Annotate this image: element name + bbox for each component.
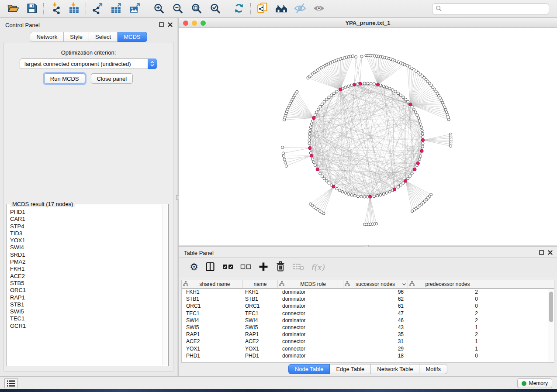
graph-node[interactable] — [416, 114, 419, 117]
graph-node[interactable] — [336, 90, 338, 93]
graph-node[interactable] — [411, 172, 413, 175]
graph-node-mcds[interactable] — [316, 168, 319, 171]
graph-node[interactable] — [409, 175, 412, 177]
graph-node[interactable] — [310, 123, 313, 125]
graph-node[interactable] — [417, 117, 420, 119]
cell-successor-nodes[interactable]: 18 — [343, 353, 408, 359]
cell-successor-nodes[interactable]: 47 — [343, 310, 408, 316]
graph-node[interactable] — [323, 177, 325, 180]
graph-node-mcds[interactable] — [308, 147, 311, 150]
table-scrollbar[interactable] — [548, 289, 554, 362]
open-session-button[interactable] — [3, 2, 22, 16]
graph-node[interactable] — [397, 92, 399, 95]
mcds-result-item[interactable]: YOX1 — [10, 237, 162, 244]
table-row[interactable]: FKH1FKH1dominator962 — [182, 289, 554, 296]
table-row[interactable]: RAP1RAP1dominator352 — [182, 331, 554, 338]
graph-node[interactable] — [421, 129, 423, 132]
cell-predecessor-nodes[interactable]: 2 — [408, 310, 482, 316]
zoom-out-button[interactable] — [168, 2, 187, 16]
graph-node[interactable] — [282, 155, 285, 158]
graph-node[interactable] — [399, 94, 402, 96]
mcds-result-item[interactable]: ORC1 — [10, 287, 162, 294]
graph-node[interactable] — [283, 158, 286, 161]
graph-node[interactable] — [422, 142, 424, 144]
graph-node[interactable] — [418, 158, 421, 161]
mcds-result-item[interactable]: PMA2 — [10, 258, 162, 265]
cell-predecessor-nodes[interactable]: 0 — [408, 353, 482, 359]
graph-node[interactable] — [363, 82, 366, 85]
tab-network[interactable]: Network — [30, 32, 64, 42]
mcds-result-scrollbar[interactable] — [163, 205, 167, 365]
save-session-button[interactable] — [22, 2, 41, 16]
cell-MCDS-role[interactable]: connector — [278, 310, 343, 316]
export-network-button[interactable] — [88, 2, 107, 16]
graph-node[interactable] — [328, 96, 330, 99]
cell-name[interactable]: SWI5 — [243, 324, 278, 330]
graph-node-mcds[interactable] — [310, 154, 313, 157]
cell-name[interactable]: PHD1 — [243, 353, 278, 359]
cell-predecessor-nodes[interactable]: 0 — [408, 296, 482, 302]
graph-node[interactable] — [325, 179, 328, 182]
graph-node[interactable] — [385, 192, 388, 194]
cell-shared-name[interactable]: TEC1 — [182, 310, 243, 316]
redraw-network-button[interactable] — [229, 2, 248, 16]
mcds-result-item[interactable]: STB5 — [10, 280, 162, 287]
graph-node[interactable] — [282, 152, 284, 155]
graph-node[interactable] — [414, 111, 417, 113]
column-header-successor-nodes[interactable]: successor nodes — [343, 280, 408, 288]
graph-node[interactable] — [422, 136, 424, 138]
cell-shared-name[interactable]: RAP1 — [182, 331, 243, 337]
select-all-rows-button[interactable] — [219, 260, 237, 275]
graph-node-mcds[interactable] — [416, 162, 419, 165]
cell-name[interactable]: FKH1 — [243, 289, 278, 295]
graph-node[interactable] — [315, 111, 318, 113]
graph-node[interactable] — [419, 155, 422, 158]
tab-select[interactable]: Select — [89, 32, 118, 42]
network-from-selection-button[interactable] — [253, 2, 272, 16]
graph-node[interactable] — [373, 195, 375, 198]
graph-node[interactable] — [350, 194, 353, 196]
graph-node[interactable] — [351, 55, 354, 57]
zoom-fit-button[interactable] — [187, 2, 206, 16]
graph-node[interactable] — [344, 192, 347, 194]
graph-node[interactable] — [308, 142, 311, 144]
mcds-result-item[interactable]: SRD1 — [10, 251, 162, 258]
mcds-result-item[interactable]: PHD1 — [10, 209, 162, 216]
table-tab-node-table[interactable]: Node Table — [288, 364, 330, 374]
graph-node[interactable] — [341, 190, 344, 193]
show-columns-button[interactable] — [201, 260, 219, 275]
cell-successor-nodes[interactable]: 43 — [343, 324, 408, 330]
tab-style[interactable]: Style — [64, 32, 89, 42]
cell-shared-name[interactable]: SWI5 — [182, 324, 243, 330]
cell-name[interactable]: SWI4 — [243, 317, 278, 323]
graph-node[interactable] — [376, 194, 379, 197]
graph-node[interactable] — [333, 92, 336, 95]
graph-node[interactable] — [319, 172, 322, 175]
cell-MCDS-role[interactable]: dominator — [278, 317, 343, 323]
export-image-button[interactable] — [126, 2, 145, 16]
graph-node[interactable] — [394, 90, 397, 93]
graph-node[interactable] — [328, 182, 330, 184]
scrollbar-thumb[interactable] — [549, 292, 553, 322]
table-row[interactable]: TEC1TEC1connector472 — [182, 310, 554, 317]
cell-name[interactable]: RAP1 — [243, 331, 278, 337]
graph-node[interactable] — [412, 108, 415, 111]
graph-node[interactable] — [407, 100, 409, 103]
cell-name[interactable]: YOX1 — [243, 346, 278, 352]
cell-MCDS-role[interactable]: connector — [278, 346, 343, 352]
mcds-result-item[interactable]: ACE2 — [10, 273, 162, 280]
mcds-result-item[interactable]: TEC1 — [10, 315, 162, 322]
mcds-result-item[interactable]: FKH1 — [10, 265, 162, 272]
cell-successor-nodes[interactable]: 61 — [343, 303, 408, 309]
cell-shared-name[interactable]: STB1 — [182, 296, 243, 302]
graph-node[interactable] — [353, 194, 356, 197]
mcds-result-item[interactable]: STP4 — [10, 223, 162, 230]
table-tab-network-table[interactable]: Network Table — [371, 364, 419, 374]
graph-node[interactable] — [407, 177, 409, 180]
table-row[interactable]: SWI5SWI5connector431 — [182, 324, 554, 331]
cell-MCDS-role[interactable]: dominator — [278, 353, 343, 359]
graph-node-mcds[interactable] — [376, 83, 379, 86]
graph-node[interactable] — [336, 187, 338, 190]
graph-node-mcds[interactable] — [339, 88, 342, 91]
graph-node[interactable] — [309, 151, 312, 154]
